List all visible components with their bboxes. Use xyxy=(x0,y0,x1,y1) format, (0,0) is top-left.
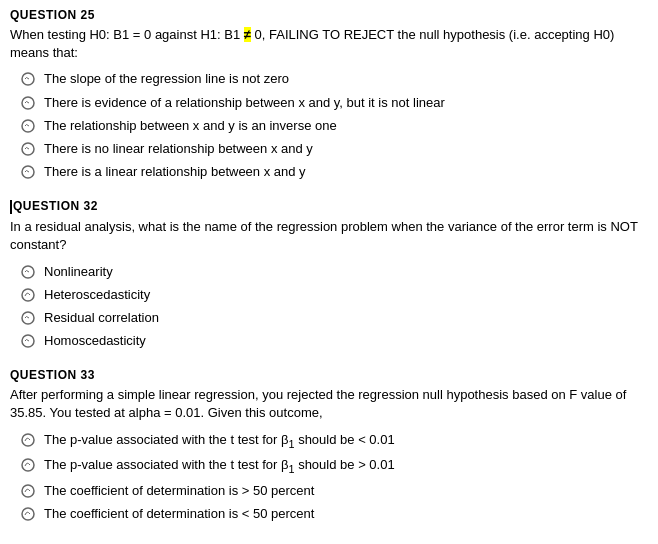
questions-container: QUESTION 25 When testing H0: B1 = 0 agai… xyxy=(10,8,648,524)
option-item: Heteroscedasticity xyxy=(20,286,648,304)
option-item: The slope of the regression line is not … xyxy=(20,70,648,88)
option-item: The relationship between x and y is an i… xyxy=(20,117,648,135)
option-text: The coefficient of determination is < 50… xyxy=(44,505,314,523)
question-25-text: When testing H0: B1 = 0 against H1: B1 ≠… xyxy=(10,26,648,62)
svg-point-6 xyxy=(22,289,34,301)
question-25-label: QUESTION 25 xyxy=(10,8,648,22)
svg-point-8 xyxy=(22,335,34,347)
option-item: There is evidence of a relationship betw… xyxy=(20,94,648,112)
option-text: Homoscedasticity xyxy=(44,332,146,350)
option-text: The relationship between x and y is an i… xyxy=(44,117,337,135)
question-32-options: Nonlinearity Heteroscedasticity Residual… xyxy=(10,263,648,351)
svg-point-9 xyxy=(22,434,34,446)
option-text: There is a linear relationship between x… xyxy=(44,163,306,181)
svg-point-0 xyxy=(22,73,34,85)
option-item: There is no linear relationship between … xyxy=(20,140,648,158)
option-item: The coefficient of determination is < 50… xyxy=(20,505,648,523)
option-item: The coefficient of determination is > 50… xyxy=(20,482,648,500)
option-text: There is no linear relationship between … xyxy=(44,140,313,158)
question-32-text: In a residual analysis, what is the name… xyxy=(10,218,648,254)
radio-icon[interactable] xyxy=(20,457,36,473)
question-32-label: QUESTION 32 xyxy=(10,199,648,214)
option-text: Residual correlation xyxy=(44,309,159,327)
svg-point-7 xyxy=(22,312,34,324)
option-item: Nonlinearity xyxy=(20,263,648,281)
question-25-block: QUESTION 25 When testing H0: B1 = 0 agai… xyxy=(10,8,648,181)
radio-icon[interactable] xyxy=(20,483,36,499)
svg-point-3 xyxy=(22,143,34,155)
radio-icon[interactable] xyxy=(20,287,36,303)
highlight-neq: ≠ xyxy=(244,27,251,42)
radio-icon[interactable] xyxy=(20,71,36,87)
svg-point-1 xyxy=(22,97,34,109)
question-33-block: QUESTION 33 After performing a simple li… xyxy=(10,368,648,523)
question-25-options: The slope of the regression line is not … xyxy=(10,70,648,181)
svg-point-11 xyxy=(22,485,34,497)
svg-point-4 xyxy=(22,166,34,178)
question-33-text: After performing a simple linear regress… xyxy=(10,386,648,422)
radio-icon[interactable] xyxy=(20,164,36,180)
radio-icon[interactable] xyxy=(20,141,36,157)
question-33-options: The p-value associated with the t test f… xyxy=(10,431,648,524)
question-33-label: QUESTION 33 xyxy=(10,368,648,382)
option-item: Residual correlation xyxy=(20,309,648,327)
option-text: The coefficient of determination is > 50… xyxy=(44,482,314,500)
option-item: There is a linear relationship between x… xyxy=(20,163,648,181)
option-text: There is evidence of a relationship betw… xyxy=(44,94,445,112)
radio-icon[interactable] xyxy=(20,95,36,111)
option-item: Homoscedasticity xyxy=(20,332,648,350)
radio-icon[interactable] xyxy=(20,310,36,326)
radio-icon[interactable] xyxy=(20,432,36,448)
option-text: Nonlinearity xyxy=(44,263,113,281)
option-item: The p-value associated with the t test f… xyxy=(20,431,648,452)
radio-icon[interactable] xyxy=(20,506,36,522)
radio-icon[interactable] xyxy=(20,118,36,134)
radio-icon[interactable] xyxy=(20,264,36,280)
question-32-block: QUESTION 32 In a residual analysis, what… xyxy=(10,199,648,350)
svg-point-12 xyxy=(22,508,34,520)
svg-point-2 xyxy=(22,120,34,132)
cursor-indicator xyxy=(10,200,12,214)
radio-icon[interactable] xyxy=(20,333,36,349)
option-text: The p-value associated with the t test f… xyxy=(44,456,395,477)
option-item: The p-value associated with the t test f… xyxy=(20,456,648,477)
option-text: The p-value associated with the t test f… xyxy=(44,431,395,452)
option-text: Heteroscedasticity xyxy=(44,286,150,304)
svg-point-5 xyxy=(22,266,34,278)
svg-point-10 xyxy=(22,459,34,471)
option-text: The slope of the regression line is not … xyxy=(44,70,289,88)
